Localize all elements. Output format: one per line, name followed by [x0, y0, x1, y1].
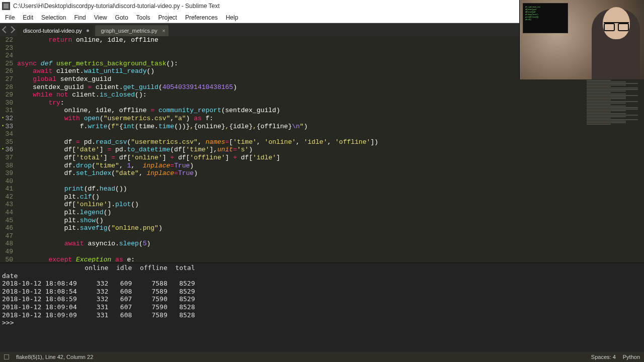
menu-help[interactable]: Help [222, 13, 243, 22]
line-number[interactable]: 38 [0, 162, 17, 170]
line-number[interactable]: 36 [0, 146, 17, 154]
code-content[interactable]: online, idle, offline = community_report… [17, 107, 644, 115]
code-line[interactable]: 30 try: [0, 99, 644, 107]
minimap[interactable] [584, 79, 644, 260]
code-line[interactable]: 35 df = pd.read_csv("usermetrics.csv", n… [0, 138, 644, 146]
code-content[interactable]: df.set_index("date", inplace=True) [17, 169, 644, 177]
line-number[interactable]: 37 [0, 154, 17, 162]
menu-edit[interactable]: Edit [19, 13, 37, 22]
line-number[interactable]: 49 [0, 248, 17, 256]
line-number[interactable]: 39 [0, 169, 17, 177]
app-icon [2, 2, 10, 10]
tab-dirty-icon [87, 30, 89, 32]
status-bar: flake8(5|1), Line 42, Column 22 Spaces: … [0, 352, 644, 362]
code-content[interactable]: df.drop("time", 1, inplace=True) [17, 162, 644, 170]
menu-project[interactable]: Project [154, 13, 181, 22]
code-line[interactable]: 32 with open("usermetrics.csv","a") as f… [0, 115, 644, 123]
code-line[interactable]: 33 f.write(f"{int(time.time())},{online}… [0, 123, 644, 131]
menu-selection[interactable]: Selection [37, 13, 70, 22]
line-number[interactable]: 23 [0, 44, 17, 52]
code-line[interactable]: 48 await asyncio.sleep(5) [0, 240, 644, 248]
code-line[interactable]: 44 plt.legend() [0, 209, 644, 217]
line-number[interactable]: 32 [0, 115, 17, 123]
menu-view[interactable]: View [90, 13, 111, 22]
code-line[interactable]: 41 print(df.head()) [0, 185, 644, 193]
status-position[interactable]: flake8(5|1), Line 42, Column 22 [16, 354, 93, 360]
line-number[interactable]: 46 [0, 224, 17, 232]
code-content[interactable] [17, 232, 644, 240]
code-content[interactable]: while not client.is_closed(): [17, 91, 644, 99]
code-line[interactable]: 45 plt.show() [0, 217, 644, 225]
code-content[interactable]: plt.show() [17, 217, 644, 225]
tab-graph_user_metrics-py[interactable]: graph_user_metrics.py× [95, 25, 169, 36]
webcam-screen-thumb: df = pd.read_csv df['date']=pd df['total… [523, 3, 568, 33]
line-number[interactable]: 29 [0, 91, 17, 99]
line-number[interactable]: 34 [0, 130, 17, 138]
menu-tools[interactable]: Tools [132, 13, 154, 22]
line-number[interactable]: 31 [0, 107, 17, 115]
code-line[interactable]: 39 df.set_index("date", inplace=True) [0, 169, 644, 177]
line-number[interactable]: 28 [0, 83, 17, 92]
code-line[interactable]: 34 [0, 130, 644, 138]
code-content[interactable]: try: [17, 99, 644, 107]
code-content[interactable] [17, 130, 644, 138]
menu-preferences[interactable]: Preferences [181, 13, 222, 22]
code-content[interactable] [17, 177, 644, 186]
console-text: online idle offline total date 2018-10-1… [2, 264, 642, 327]
line-number[interactable]: 24 [0, 52, 17, 60]
code-line[interactable]: 28 sentdex_guild = client.get_guild(4054… [0, 83, 644, 92]
code-line[interactable]: 31 online, idle, offline = community_rep… [0, 107, 644, 115]
code-line[interactable]: 42 plt.clf() [0, 193, 644, 201]
sidebar-toggle-icon[interactable] [4, 354, 9, 359]
code-content[interactable]: plt.clf() [17, 193, 644, 201]
window-title: C:\Users\H\Desktop\discordpy-tutorial\di… [13, 3, 220, 10]
tab-close-icon[interactable]: × [162, 28, 165, 34]
code-content[interactable]: f.write(f"{int(time.time())},{online},{i… [17, 123, 644, 131]
line-number[interactable]: 47 [0, 232, 17, 240]
code-content[interactable]: await asyncio.sleep(5) [17, 240, 644, 248]
line-number[interactable]: 42 [0, 193, 17, 201]
line-number[interactable]: 41 [0, 185, 17, 193]
line-number[interactable]: 26 [0, 67, 17, 75]
line-number[interactable]: 45 [0, 217, 17, 225]
code-content[interactable]: df = pd.read_csv("usermetrics.csv", name… [17, 138, 644, 146]
code-line[interactable]: 29 while not client.is_closed(): [0, 91, 644, 99]
line-number[interactable]: 35 [0, 138, 17, 146]
code-content[interactable]: plt.savefig("online.png") [17, 224, 644, 232]
line-number[interactable]: 30 [0, 99, 17, 107]
code-line[interactable]: 37 df['total'] = df['online'] + df['offl… [0, 154, 644, 162]
code-content[interactable] [17, 248, 644, 256]
code-content[interactable]: plt.legend() [17, 209, 644, 217]
code-content[interactable]: df['date'] = pd.to_datetime(df['time'],u… [17, 146, 644, 154]
code-content[interactable]: df['online'].plot() [17, 201, 644, 209]
line-number[interactable]: 22 [0, 36, 17, 44]
code-line[interactable]: 43 df['online'].plot() [0, 201, 644, 209]
code-line[interactable]: 38 df.drop("time", 1, inplace=True) [0, 162, 644, 170]
menu-goto[interactable]: Goto [111, 13, 132, 22]
line-number[interactable]: 25 [0, 60, 17, 68]
line-number[interactable]: 40 [0, 177, 17, 186]
tab-discord-tutorial-video-py[interactable]: discord-tutorial-video.py [17, 25, 93, 36]
status-language[interactable]: Python [623, 354, 640, 360]
menu-find[interactable]: Find [70, 13, 90, 22]
code-content[interactable]: print(df.head()) [17, 185, 644, 193]
code-line[interactable]: 49 [0, 248, 644, 256]
code-line[interactable]: 47 [0, 232, 644, 240]
webcam-overlay: df = pd.read_csv df['date']=pd df['total… [519, 0, 644, 79]
output-console[interactable]: online idle offline total date 2018-10-1… [0, 262, 644, 352]
code-line[interactable]: 36 df['date'] = pd.to_datetime(df['time'… [0, 146, 644, 154]
status-indent[interactable]: Spaces: 4 [591, 354, 616, 360]
code-content[interactable]: sentdex_guild = client.get_guild(4054033… [17, 83, 644, 92]
code-content[interactable]: df['total'] = df['online'] + df['offline… [17, 154, 644, 162]
menu-file[interactable]: File [1, 13, 19, 22]
line-number[interactable]: 48 [0, 240, 17, 248]
line-number[interactable]: 44 [0, 209, 17, 217]
code-line[interactable]: 46 plt.savefig("online.png") [0, 224, 644, 232]
tab-history-nav[interactable] [2, 26, 17, 34]
line-number[interactable]: 43 [0, 201, 17, 209]
code-line[interactable]: 40 [0, 177, 644, 186]
nav-forward-icon[interactable] [8, 26, 15, 33]
line-number[interactable]: 27 [0, 75, 17, 83]
line-number[interactable]: 33 [0, 123, 17, 131]
code-content[interactable]: with open("usermetrics.csv","a") as f: [17, 115, 644, 123]
